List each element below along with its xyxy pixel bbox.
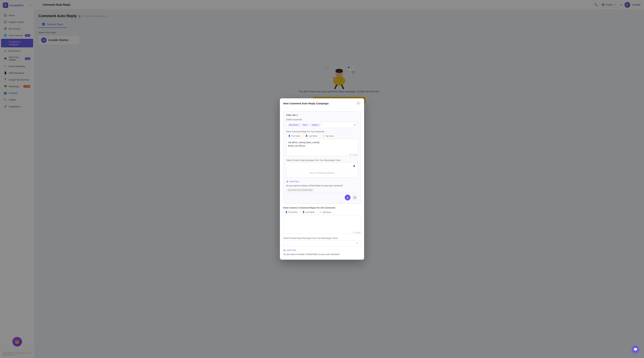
person-icon-g1: 👤: [285, 211, 288, 213]
add-flow-label-generic: Add Flow: [286, 249, 296, 251]
messenger-dropdown-filter[interactable]: ▲ Sorry, No Matching Options.: [286, 163, 358, 178]
keyword-reply-textarea[interactable]: Hai {{first_name}} {{last_name}} Boleh c…: [286, 139, 358, 156]
chevron-down-icon-generic: ▼: [356, 242, 358, 245]
insert-tag-name-btn-generic[interactable]: 🏷️ Tag Name: [318, 210, 333, 214]
tag-icon: 🏷️: [322, 135, 325, 137]
messenger-label-filter: Select Private Reply Message From Your M…: [286, 159, 358, 162]
messenger-dropdown-header[interactable]: ▲: [286, 163, 358, 169]
btn-label: First Name: [288, 211, 298, 213]
chat-float-icon: 💬: [633, 347, 638, 352]
plus-circle-icon-generic: ⊕: [283, 248, 286, 252]
person-icon-g2: 👤: [302, 211, 305, 213]
messenger-select-group-generic: Select Private Reply Message From Your M…: [283, 237, 361, 246]
insert-last-name-btn-filter[interactable]: 👤 Last Name: [304, 134, 320, 138]
photo-toggle-generic: Do you want to include a Photo/Video on …: [283, 253, 361, 256]
tag-icon-g: 🏷️: [320, 211, 322, 213]
keyword-reply-counter: 48 / 3000: [349, 154, 356, 156]
modal-overlay[interactable]: New Comment Auto Reply Campaign × Filter…: [0, 0, 644, 358]
insert-buttons-generic: 👤 First Name 👤 Last Name 🏷️ Tag Name: [283, 210, 361, 214]
btn-label: Last Name: [306, 211, 314, 213]
remove-tag-nak[interactable]: ×: [307, 124, 308, 126]
no-photo-toggle[interactable]: No, Don't Use a Photo/Video: [286, 188, 314, 192]
person-icon: 👤: [288, 135, 290, 137]
copy-filter-button[interactable]: ⧉: [352, 195, 358, 200]
modal-header: New Comment Auto Reply Campaign ×: [280, 98, 364, 108]
keyword-reply-textarea-wrap: Hai {{first_name}} {{last_name}} Boleh c…: [286, 139, 358, 157]
keyword-tag-nak: Nak ×: [302, 123, 310, 127]
person-icon2: 👤: [305, 135, 308, 137]
add-flow-button-generic[interactable]: ⊕ Add Flow: [283, 248, 296, 252]
photo-question-generic: Do you want to include a Photo/Video on …: [283, 253, 340, 256]
insert-last-name-btn-generic[interactable]: 👤 Last Name: [300, 210, 316, 214]
photo-toggle-row: No, Don't Use a Photo/Video: [286, 188, 358, 192]
insert-first-name-btn-filter[interactable]: 👤 First Name: [286, 134, 302, 138]
generic-reply-counter: 0 / 3000: [353, 232, 359, 234]
modal-dialog: New Comment Auto Reply Campaign × Filter…: [280, 98, 364, 260]
generic-reply-textarea-wrap: 0 / 3000: [283, 215, 361, 235]
keywords-input[interactable]: Berminat × Nak × Harga × ▼: [286, 122, 358, 128]
btn-label: Last Name: [308, 135, 318, 137]
messenger-select-group-filter: Select Private Reply Message From Your M…: [286, 159, 358, 178]
modal-close-button[interactable]: ×: [356, 101, 361, 106]
plus-circle-icon: ⊕: [286, 180, 288, 183]
add-flow-label: Add Flow: [290, 180, 299, 183]
generic-reply-group: Enter Generic Comment Reply For All Comm…: [283, 206, 361, 235]
tags-dropdown-arrow: ▼: [354, 123, 356, 127]
filter-action-row: ● ⧉: [286, 193, 358, 201]
filter-section: Filter Set 1 Define Keywords: Berminat ×…: [283, 111, 361, 204]
confirm-filter-button[interactable]: ●: [345, 195, 350, 200]
filter-title: Filter Set 1: [286, 114, 358, 116]
photo-toggle-group: Do you want to include a Photo/Video on …: [286, 184, 358, 187]
keyword-tag-harga: Harga ×: [310, 123, 321, 127]
add-flow-button-filter[interactable]: ⊕ Add Flow: [286, 180, 299, 183]
messenger-dropdown-open: Sorry, No Matching Options.: [286, 169, 358, 177]
messenger-select-generic[interactable]: ▼: [283, 240, 361, 246]
modal-body: Filter Set 1 Define Keywords: Berminat ×…: [280, 108, 364, 260]
toggle-label: No, Don't Use a Photo/Video: [288, 189, 312, 191]
modal-title: New Comment Auto Reply Campaign: [283, 102, 329, 105]
keywords-label: Define Keywords:: [286, 118, 358, 121]
generic-section: Enter Generic Comment Reply For All Comm…: [283, 206, 361, 256]
chevron-up-icon: ▲: [353, 164, 356, 167]
keyword-tag-berminat: Berminat ×: [288, 123, 300, 127]
insert-buttons-filter: 👤 First Name 👤 Last Name 🏷️ Tag Name: [286, 134, 358, 138]
keyword-reply-group: Enter Comment Reply For Your Keywords 👤 …: [286, 130, 358, 157]
messenger-label-generic: Select Private Reply Message From Your M…: [283, 237, 361, 239]
keywords-group: Define Keywords: Berminat × Nak × Harga: [286, 118, 358, 128]
generic-reply-label: Enter Generic Comment Reply For All Comm…: [283, 206, 361, 209]
generic-reply-textarea[interactable]: [283, 215, 361, 234]
chat-float-button[interactable]: 💬: [632, 346, 639, 353]
no-match-text: Sorry, No Matching Options.: [288, 171, 356, 175]
photo-question: Do you want to include a Photo/Video on …: [286, 184, 343, 187]
remove-tag-berminat[interactable]: ×: [298, 124, 299, 126]
insert-tag-name-btn-filter[interactable]: 🏷️ Tag Name: [320, 134, 336, 138]
keyword-reply-label: Enter Comment Reply For Your Keywords: [286, 130, 358, 133]
remove-tag-harga[interactable]: ×: [318, 124, 319, 126]
btn-label: Tag Name: [322, 211, 331, 213]
insert-first-name-btn-generic[interactable]: 👤 First Name: [283, 210, 300, 214]
btn-label: Tag Name: [326, 135, 334, 137]
btn-label: First Name: [291, 135, 300, 137]
